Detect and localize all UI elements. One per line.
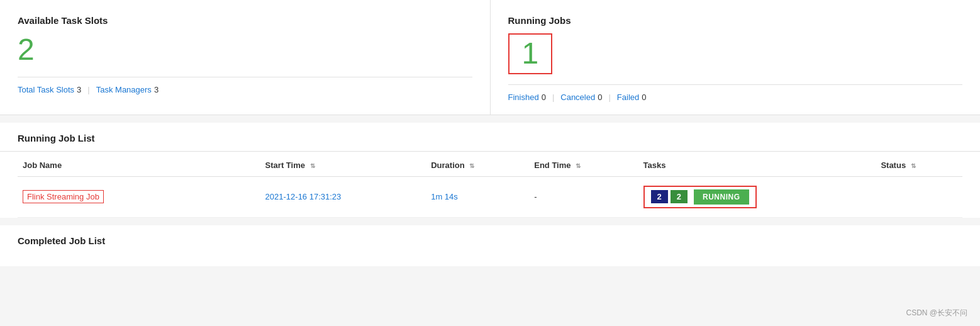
table-header-row: Job Name Start Time ⇅ Duration ⇅ End Tim… [18,152,962,177]
col-duration: Duration ⇅ [426,152,529,177]
divider-right [508,84,963,85]
duration-cell: 1m 14s [426,176,529,217]
completed-job-list-header: Completed Job List [0,225,980,254]
status-sep-2: | [608,93,610,102]
job-name-cell: Flink Streaming Job [18,176,260,217]
canceled-label: Canceled [560,93,595,102]
canceled-item: Canceled 0 [560,93,602,102]
running-job-table-container: Job Name Start Time ⇅ Duration ⇅ End Tim… [0,152,980,218]
completed-job-list-section: Completed Job List [0,225,980,266]
task-badge-1: 2 [651,190,668,203]
col-job-name: Job Name [18,152,260,177]
tasks-status-cell: 2 2 RUNNING [638,176,876,217]
status-badge-running: RUNNING [694,189,749,205]
task-managers-value: 3 [154,85,159,94]
sort-icon-duration[interactable]: ⇅ [469,162,474,169]
finished-item: Finished 0 [508,93,546,102]
col-end-time: End Time ⇅ [529,152,638,177]
finished-value: 0 [542,93,546,102]
available-task-slots-number: 2 [18,33,472,67]
col-start-time: Start Time ⇅ [260,152,426,177]
status-cell-empty [876,176,962,217]
divider [18,77,472,77]
sort-icon-end-time[interactable]: ⇅ [576,162,581,169]
start-time-value: 2021-12-16 17:31:23 [265,192,342,201]
meta-separator-1: | [87,85,89,94]
total-task-slots-label: Total Task Slots [18,85,74,94]
task-badges: 2 2 [651,190,689,203]
failed-item: Failed 0 [617,93,647,102]
meta-row: Total Task Slots 3 | Task Managers 3 [18,85,472,94]
available-task-slots-panel: Available Task Slots 2 Total Task Slots … [0,0,491,115]
col-tasks: Tasks [638,152,876,177]
task-managers-item: Task Managers 3 [96,85,159,94]
running-job-list-section: Running Job List Job Name Start Time ⇅ D… [0,123,980,218]
failed-value: 0 [642,93,646,102]
end-time-value: - [534,192,537,201]
canceled-value: 0 [598,93,602,102]
running-job-table: Job Name Start Time ⇅ Duration ⇅ End Tim… [18,152,962,218]
status-sep-1: | [552,93,554,102]
status-row: Finished 0 | Canceled 0 | Failed 0 [508,93,963,102]
job-name-link[interactable]: Flink Streaming Job [23,190,104,203]
total-task-slots-item: Total Task Slots 3 [18,85,81,94]
start-time-cell: 2021-12-16 17:31:23 [260,176,426,217]
table-row: Flink Streaming Job 2021-12-16 17:31:23 … [18,176,962,217]
duration-value: 1m 14s [431,192,458,201]
available-task-slots-title: Available Task Slots [18,15,472,26]
end-time-cell: - [529,176,638,217]
running-jobs-number: 1 [508,33,553,74]
task-managers-label: Task Managers [96,85,152,94]
failed-label: Failed [617,93,639,102]
sort-icon-start-time[interactable]: ⇅ [310,162,315,169]
finished-label: Finished [508,93,539,102]
col-status: Status ⇅ [876,152,962,177]
running-jobs-title: Running Jobs [508,15,963,26]
running-job-list-header: Running Job List [0,123,980,152]
running-jobs-panel: Running Jobs 1 Finished 0 | Canceled 0 |… [491,0,981,115]
task-badge-2: 2 [671,190,688,203]
total-task-slots-value: 3 [77,85,81,94]
tasks-status-wrapper: 2 2 RUNNING [643,186,757,208]
sort-icon-status[interactable]: ⇅ [911,162,916,169]
